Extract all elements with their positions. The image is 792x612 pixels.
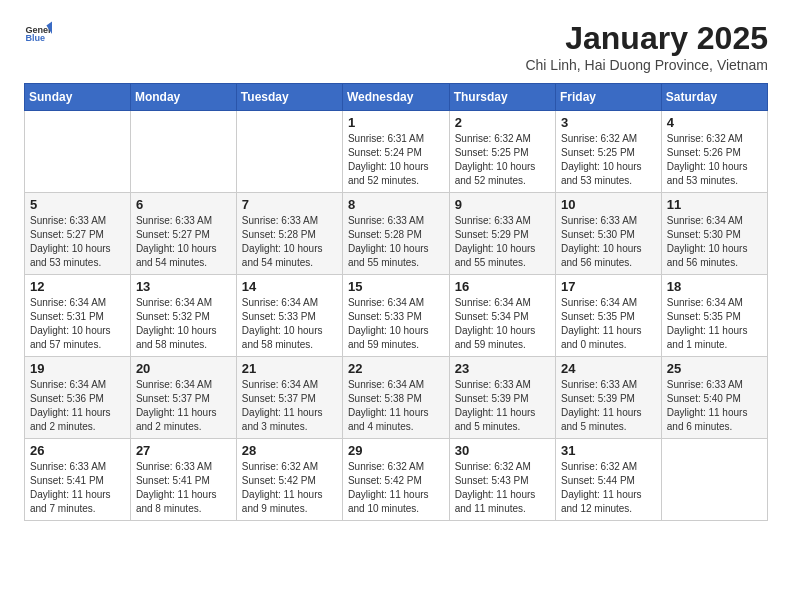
- day-info: Sunrise: 6:34 AM Sunset: 5:37 PM Dayligh…: [242, 378, 337, 434]
- calendar-table: Sunday Monday Tuesday Wednesday Thursday…: [24, 83, 768, 521]
- header-tuesday: Tuesday: [236, 84, 342, 111]
- table-row: 20Sunrise: 6:34 AM Sunset: 5:37 PM Dayli…: [130, 357, 236, 439]
- day-info: Sunrise: 6:34 AM Sunset: 5:33 PM Dayligh…: [348, 296, 444, 352]
- day-info: Sunrise: 6:32 AM Sunset: 5:42 PM Dayligh…: [242, 460, 337, 516]
- table-row: 3Sunrise: 6:32 AM Sunset: 5:25 PM Daylig…: [555, 111, 661, 193]
- day-number: 17: [561, 279, 656, 294]
- svg-text:Blue: Blue: [25, 33, 45, 43]
- table-row: 11Sunrise: 6:34 AM Sunset: 5:30 PM Dayli…: [661, 193, 767, 275]
- day-number: 25: [667, 361, 762, 376]
- day-number: 18: [667, 279, 762, 294]
- table-row: 25Sunrise: 6:33 AM Sunset: 5:40 PM Dayli…: [661, 357, 767, 439]
- table-row: 10Sunrise: 6:33 AM Sunset: 5:30 PM Dayli…: [555, 193, 661, 275]
- day-info: Sunrise: 6:33 AM Sunset: 5:39 PM Dayligh…: [561, 378, 656, 434]
- table-row: 22Sunrise: 6:34 AM Sunset: 5:38 PM Dayli…: [342, 357, 449, 439]
- table-row: 19Sunrise: 6:34 AM Sunset: 5:36 PM Dayli…: [25, 357, 131, 439]
- table-row: 4Sunrise: 6:32 AM Sunset: 5:26 PM Daylig…: [661, 111, 767, 193]
- day-info: Sunrise: 6:32 AM Sunset: 5:44 PM Dayligh…: [561, 460, 656, 516]
- table-row: 12Sunrise: 6:34 AM Sunset: 5:31 PM Dayli…: [25, 275, 131, 357]
- calendar-subtitle: Chi Linh, Hai Duong Province, Vietnam: [525, 57, 768, 73]
- day-info: Sunrise: 6:34 AM Sunset: 5:35 PM Dayligh…: [561, 296, 656, 352]
- table-row: 24Sunrise: 6:33 AM Sunset: 5:39 PM Dayli…: [555, 357, 661, 439]
- table-row: 26Sunrise: 6:33 AM Sunset: 5:41 PM Dayli…: [25, 439, 131, 521]
- day-number: 20: [136, 361, 231, 376]
- header: General Blue January 2025 Chi Linh, Hai …: [24, 20, 768, 73]
- day-info: Sunrise: 6:33 AM Sunset: 5:29 PM Dayligh…: [455, 214, 550, 270]
- day-info: Sunrise: 6:33 AM Sunset: 5:40 PM Dayligh…: [667, 378, 762, 434]
- day-info: Sunrise: 6:33 AM Sunset: 5:41 PM Dayligh…: [136, 460, 231, 516]
- day-info: Sunrise: 6:33 AM Sunset: 5:39 PM Dayligh…: [455, 378, 550, 434]
- day-number: 27: [136, 443, 231, 458]
- day-info: Sunrise: 6:34 AM Sunset: 5:37 PM Dayligh…: [136, 378, 231, 434]
- day-info: Sunrise: 6:33 AM Sunset: 5:27 PM Dayligh…: [30, 214, 125, 270]
- day-number: 16: [455, 279, 550, 294]
- table-row: 18Sunrise: 6:34 AM Sunset: 5:35 PM Dayli…: [661, 275, 767, 357]
- table-row: [236, 111, 342, 193]
- day-number: 6: [136, 197, 231, 212]
- header-monday: Monday: [130, 84, 236, 111]
- day-number: 29: [348, 443, 444, 458]
- day-info: Sunrise: 6:32 AM Sunset: 5:43 PM Dayligh…: [455, 460, 550, 516]
- day-number: 23: [455, 361, 550, 376]
- day-number: 4: [667, 115, 762, 130]
- day-number: 10: [561, 197, 656, 212]
- day-number: 14: [242, 279, 337, 294]
- day-number: 12: [30, 279, 125, 294]
- table-row: 2Sunrise: 6:32 AM Sunset: 5:25 PM Daylig…: [449, 111, 555, 193]
- day-number: 30: [455, 443, 550, 458]
- table-row: 27Sunrise: 6:33 AM Sunset: 5:41 PM Dayli…: [130, 439, 236, 521]
- day-number: 13: [136, 279, 231, 294]
- day-number: 15: [348, 279, 444, 294]
- day-number: 19: [30, 361, 125, 376]
- day-info: Sunrise: 6:32 AM Sunset: 5:25 PM Dayligh…: [455, 132, 550, 188]
- day-info: Sunrise: 6:32 AM Sunset: 5:26 PM Dayligh…: [667, 132, 762, 188]
- day-info: Sunrise: 6:34 AM Sunset: 5:31 PM Dayligh…: [30, 296, 125, 352]
- day-info: Sunrise: 6:34 AM Sunset: 5:36 PM Dayligh…: [30, 378, 125, 434]
- day-number: 31: [561, 443, 656, 458]
- day-info: Sunrise: 6:32 AM Sunset: 5:42 PM Dayligh…: [348, 460, 444, 516]
- table-row: [25, 111, 131, 193]
- day-info: Sunrise: 6:34 AM Sunset: 5:33 PM Dayligh…: [242, 296, 337, 352]
- day-number: 22: [348, 361, 444, 376]
- day-number: 1: [348, 115, 444, 130]
- table-row: 13Sunrise: 6:34 AM Sunset: 5:32 PM Dayli…: [130, 275, 236, 357]
- table-row: [661, 439, 767, 521]
- day-number: 5: [30, 197, 125, 212]
- day-info: Sunrise: 6:34 AM Sunset: 5:34 PM Dayligh…: [455, 296, 550, 352]
- table-row: 8Sunrise: 6:33 AM Sunset: 5:28 PM Daylig…: [342, 193, 449, 275]
- table-row: 6Sunrise: 6:33 AM Sunset: 5:27 PM Daylig…: [130, 193, 236, 275]
- day-headers-row: Sunday Monday Tuesday Wednesday Thursday…: [25, 84, 768, 111]
- day-info: Sunrise: 6:33 AM Sunset: 5:28 PM Dayligh…: [242, 214, 337, 270]
- day-info: Sunrise: 6:32 AM Sunset: 5:25 PM Dayligh…: [561, 132, 656, 188]
- table-row: 1Sunrise: 6:31 AM Sunset: 5:24 PM Daylig…: [342, 111, 449, 193]
- calendar-title: January 2025: [525, 20, 768, 57]
- day-info: Sunrise: 6:33 AM Sunset: 5:27 PM Dayligh…: [136, 214, 231, 270]
- table-row: 16Sunrise: 6:34 AM Sunset: 5:34 PM Dayli…: [449, 275, 555, 357]
- day-number: 21: [242, 361, 337, 376]
- table-row: 14Sunrise: 6:34 AM Sunset: 5:33 PM Dayli…: [236, 275, 342, 357]
- day-info: Sunrise: 6:33 AM Sunset: 5:30 PM Dayligh…: [561, 214, 656, 270]
- day-info: Sunrise: 6:34 AM Sunset: 5:35 PM Dayligh…: [667, 296, 762, 352]
- table-row: 21Sunrise: 6:34 AM Sunset: 5:37 PM Dayli…: [236, 357, 342, 439]
- logo-icon: General Blue: [24, 20, 52, 48]
- day-number: 28: [242, 443, 337, 458]
- table-row: 5Sunrise: 6:33 AM Sunset: 5:27 PM Daylig…: [25, 193, 131, 275]
- table-row: [130, 111, 236, 193]
- header-saturday: Saturday: [661, 84, 767, 111]
- day-info: Sunrise: 6:31 AM Sunset: 5:24 PM Dayligh…: [348, 132, 444, 188]
- table-row: 30Sunrise: 6:32 AM Sunset: 5:43 PM Dayli…: [449, 439, 555, 521]
- day-info: Sunrise: 6:33 AM Sunset: 5:28 PM Dayligh…: [348, 214, 444, 270]
- day-number: 24: [561, 361, 656, 376]
- day-number: 8: [348, 197, 444, 212]
- table-row: 23Sunrise: 6:33 AM Sunset: 5:39 PM Dayli…: [449, 357, 555, 439]
- header-thursday: Thursday: [449, 84, 555, 111]
- header-friday: Friday: [555, 84, 661, 111]
- table-row: 29Sunrise: 6:32 AM Sunset: 5:42 PM Dayli…: [342, 439, 449, 521]
- day-number: 9: [455, 197, 550, 212]
- logo: General Blue: [24, 20, 52, 48]
- table-row: 9Sunrise: 6:33 AM Sunset: 5:29 PM Daylig…: [449, 193, 555, 275]
- week-row-3: 12Sunrise: 6:34 AM Sunset: 5:31 PM Dayli…: [25, 275, 768, 357]
- table-row: 31Sunrise: 6:32 AM Sunset: 5:44 PM Dayli…: [555, 439, 661, 521]
- table-row: 15Sunrise: 6:34 AM Sunset: 5:33 PM Dayli…: [342, 275, 449, 357]
- header-sunday: Sunday: [25, 84, 131, 111]
